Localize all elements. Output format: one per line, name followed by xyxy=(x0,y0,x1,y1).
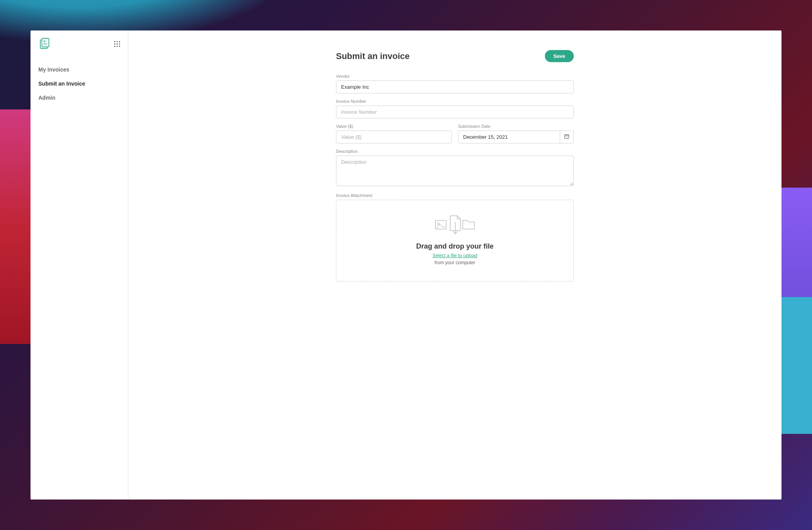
nav-item-my-invoices[interactable]: My Invoices xyxy=(31,63,128,77)
nav-item-submit-invoice[interactable]: Submit an Invoice xyxy=(31,77,128,91)
form-header: Submit an invoice Save xyxy=(336,50,574,62)
save-button[interactable]: Save xyxy=(545,50,574,62)
value-group: Value ($) xyxy=(336,124,452,143)
svg-point-14 xyxy=(568,137,568,138)
invoice-number-label: Invoice Number xyxy=(336,99,574,104)
svg-point-10 xyxy=(566,136,567,137)
svg-point-11 xyxy=(568,136,568,137)
submission-date-input[interactable] xyxy=(458,131,560,143)
value-date-row: Value ($) Submission Date xyxy=(336,124,574,149)
svg-point-12 xyxy=(565,137,566,138)
app-logo-icon: $≡ xyxy=(38,37,51,51)
attachment-dropzone[interactable]: Drag and drop your file Select a file to… xyxy=(336,200,574,281)
date-input-wrapper xyxy=(458,131,574,143)
vendor-group: Vendor xyxy=(336,74,574,93)
invoice-number-group: Invoice Number xyxy=(336,99,574,118)
description-textarea[interactable] xyxy=(336,156,574,186)
main-content: Submit an invoice Save Vendor Invoice Nu… xyxy=(128,30,781,500)
calendar-icon xyxy=(564,134,569,140)
form-container: Submit an invoice Save Vendor Invoice Nu… xyxy=(336,50,574,281)
dropzone-subtext: from your computer xyxy=(344,260,566,265)
submission-date-label: Submission Date xyxy=(458,124,574,129)
svg-point-13 xyxy=(566,137,567,138)
app-window: $≡ My Invoices Submit an Invoice Admin S… xyxy=(31,30,781,500)
value-label: Value ($) xyxy=(336,124,452,129)
dropzone-title: Drag and drop your file xyxy=(344,242,566,251)
select-file-link[interactable]: Select a file to upload xyxy=(344,253,566,258)
nav-list: My Invoices Submit an Invoice Admin xyxy=(31,59,128,105)
upload-icon xyxy=(344,212,566,235)
vendor-label: Vendor xyxy=(336,74,574,79)
attachment-group: Invoice Attachment xyxy=(336,193,574,281)
vendor-input[interactable] xyxy=(336,81,574,93)
apps-grid-icon[interactable] xyxy=(114,41,120,47)
value-input[interactable] xyxy=(336,131,452,143)
attachment-label: Invoice Attachment xyxy=(336,193,574,198)
calendar-button[interactable] xyxy=(560,131,574,143)
page-title: Submit an invoice xyxy=(336,51,410,61)
svg-rect-15 xyxy=(435,220,446,229)
sidebar: $≡ My Invoices Submit an Invoice Admin xyxy=(31,30,128,500)
svg-text:$≡: $≡ xyxy=(43,40,47,43)
nav-item-admin[interactable]: Admin xyxy=(31,91,128,105)
svg-point-9 xyxy=(565,136,566,137)
sidebar-header: $≡ xyxy=(31,37,128,59)
submission-date-group: Submission Date xyxy=(458,124,574,143)
invoice-number-input[interactable] xyxy=(336,106,574,118)
description-group: Description xyxy=(336,149,574,188)
description-label: Description xyxy=(336,149,574,154)
